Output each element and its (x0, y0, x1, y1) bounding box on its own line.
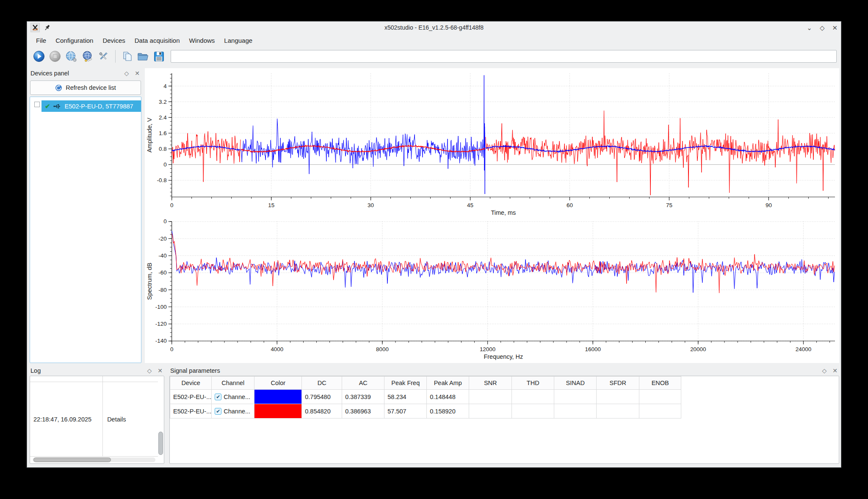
cell-peak-freq: 57.507 (384, 404, 427, 419)
x-logo-icon (32, 24, 39, 31)
pin-icon[interactable] (44, 24, 50, 31)
toolbar-separator (115, 50, 116, 63)
channel-label: Channe... (224, 408, 250, 415)
y-tick-label: 3.2 (159, 99, 167, 105)
device-tree-item[interactable]: ✔ E502-P-EU-D, 5T779887 (30, 100, 141, 112)
log-horizontal-scrollbar[interactable] (33, 457, 155, 462)
x-tick-label: 60 (567, 202, 573, 208)
cell-snr (469, 404, 512, 419)
device-checkbox[interactable] (34, 102, 40, 107)
channel-checkbox[interactable]: ✔ (215, 394, 221, 400)
x-tick-label: 15 (268, 202, 274, 208)
menu-language[interactable]: Language (219, 35, 257, 46)
cell-color[interactable] (254, 404, 302, 419)
y-tick-label: -120 (155, 321, 167, 327)
log-panel-title: Log (30, 367, 147, 374)
signal-parameters-panel: Signal parameters ◇ ✕ DeviceChannelColor… (169, 366, 839, 464)
cell-sinad (554, 404, 597, 419)
cell-peak-amp: 0.158920 (427, 404, 469, 419)
save-file-button[interactable] (151, 49, 166, 64)
close-button[interactable]: ✕ (832, 25, 838, 31)
save-icon (153, 51, 165, 62)
devices-panel-close-icon[interactable]: ✕ (135, 70, 140, 77)
x-tick-label: 20000 (690, 346, 706, 352)
menu-windows[interactable]: Windows (185, 35, 220, 46)
tools-icon (97, 50, 109, 62)
column-header-peak-amp[interactable]: Peak Amp (427, 377, 469, 390)
log-table-header (30, 376, 158, 382)
cell-device: E502-P-EU-... (170, 404, 212, 419)
column-header-sinad[interactable]: SINAD (554, 377, 597, 390)
cell-filler (681, 390, 685, 404)
column-header-snr[interactable]: SNR (469, 377, 512, 390)
cell-channel: ✔Channe... (212, 390, 254, 404)
cell-color[interactable] (254, 390, 302, 404)
cell-sfdr (597, 404, 639, 419)
log-entry-row[interactable]: 22:18:47, 16.09.2025Details (30, 382, 158, 457)
spectrum-chart[interactable]: 040008000120001600020000240000-20-40-60-… (145, 218, 839, 362)
log-table: 22:18:47, 16.09.2025Details (30, 376, 158, 457)
copy-data-button[interactable] (119, 49, 134, 64)
x-tick-label: 4000 (271, 346, 283, 352)
devices-panel-float-icon[interactable]: ◇ (124, 70, 129, 77)
column-header-color[interactable]: Color (254, 377, 302, 390)
log-entry-action[interactable]: Details (103, 416, 126, 423)
signal-panel-float-icon[interactable]: ◇ (822, 367, 827, 374)
x-tick-label: 75 (666, 202, 672, 208)
channel-color-swatch[interactable] (254, 404, 301, 418)
toolbar (27, 47, 841, 67)
refresh-device-list-button[interactable]: Refresh device list (30, 80, 141, 95)
y-tick-label: -140 (155, 338, 167, 344)
column-header-enob[interactable]: ENOB (639, 377, 681, 390)
x-axis-label: Time, ms (491, 209, 516, 216)
column-header-dc[interactable]: DC (302, 377, 342, 390)
log-entry-time: 22:18:47, 16.09.2025 (30, 382, 103, 456)
stop-icon (49, 50, 61, 62)
column-header-peak-freq[interactable]: Peak Freq (384, 377, 427, 390)
app-window: x502studio - E16_v1.2.5-68-g4ff148f8 ⌄ ◇… (27, 21, 841, 468)
stop-acquisition-button[interactable] (47, 49, 63, 64)
maximize-button[interactable]: ◇ (820, 25, 825, 31)
x-tick-label: 0 (170, 202, 173, 208)
toolbar-text-input[interactable] (171, 50, 837, 63)
log-panel-close-icon[interactable]: ✕ (158, 367, 163, 374)
signal-row-1: E502-P-EU-...✔Channe...0.7954800.3873395… (170, 390, 685, 404)
cell-sinad (554, 390, 597, 404)
signal-panel-close-icon[interactable]: ✕ (832, 367, 838, 374)
shade-button[interactable]: ⌄ (807, 25, 812, 31)
cell-peak-amp: 0.148448 (427, 390, 469, 404)
column-header-ac[interactable]: AC (342, 377, 384, 390)
time-chart[interactable]: 015304560759043.22.41.60.80-0.8Time, msA… (145, 69, 839, 218)
menu-configuration[interactable]: Configuration (51, 35, 98, 46)
log-panel: Log ◇ ✕ 22:18:47, 16.09.2025Details (30, 366, 164, 464)
y-tick-label: 2.4 (159, 114, 167, 121)
cell-thd (512, 390, 554, 404)
column-header-channel[interactable]: Channel (212, 377, 254, 390)
cell-dc: 0.795480 (302, 390, 342, 404)
menu-devices[interactable]: Devices (98, 35, 130, 46)
x-axis-label: Frequency, Hz (484, 353, 523, 360)
y-tick-label: -60 (158, 269, 166, 276)
channel-color-swatch[interactable] (254, 390, 301, 404)
log-vertical-scrollbar[interactable] (158, 383, 163, 456)
settings-tools-button[interactable] (96, 49, 111, 64)
start-acquisition-button[interactable] (31, 49, 47, 64)
x-tick-label: 90 (766, 202, 772, 208)
network-settings-button[interactable] (80, 49, 95, 64)
menu-file[interactable]: File (31, 35, 51, 46)
play-icon (33, 50, 45, 62)
channel-checkbox[interactable]: ✔ (215, 408, 221, 415)
column-header-thd[interactable]: THD (512, 377, 554, 390)
network-connect-icon (65, 50, 77, 63)
log-panel-float-icon[interactable]: ◇ (147, 367, 152, 374)
network-connect-button[interactable] (64, 49, 79, 64)
x-tick-label: 8000 (376, 346, 389, 352)
y-tick-label: -80 (158, 287, 166, 293)
column-header-filler (681, 377, 685, 390)
column-header-sfdr[interactable]: SFDR (597, 377, 639, 390)
window-menu-button[interactable] (30, 23, 40, 32)
open-file-button[interactable] (135, 49, 150, 64)
x-tick-label: 16000 (585, 346, 601, 352)
column-header-device[interactable]: Device (170, 377, 212, 390)
menu-data-acquisition[interactable]: Data acquisition (130, 35, 185, 46)
